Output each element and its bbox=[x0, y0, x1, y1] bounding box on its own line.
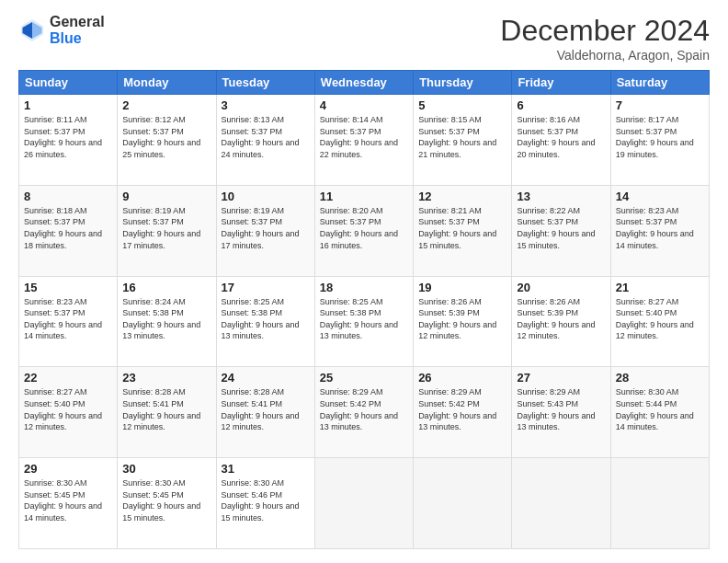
day-number: 20 bbox=[517, 281, 605, 294]
calendar-day-cell: 25Sunrise: 8:29 AMSunset: 5:42 PMDayligh… bbox=[314, 367, 413, 458]
header: General Blue December 2024 Valdehorna, A… bbox=[18, 14, 710, 63]
calendar-week-row: 15Sunrise: 8:23 AMSunset: 5:37 PMDayligh… bbox=[19, 276, 710, 367]
col-header-thursday: Thursday bbox=[414, 71, 512, 95]
calendar-day-cell: 11Sunrise: 8:20 AMSunset: 5:37 PMDayligh… bbox=[314, 185, 413, 276]
day-info: Sunrise: 8:27 AMSunset: 5:40 PMDaylight:… bbox=[24, 386, 112, 432]
day-number: 27 bbox=[517, 371, 605, 385]
day-number: 11 bbox=[320, 190, 408, 203]
calendar-day-cell: 27Sunrise: 8:29 AMSunset: 5:43 PMDayligh… bbox=[512, 367, 610, 458]
calendar-day-cell: 13Sunrise: 8:22 AMSunset: 5:37 PMDayligh… bbox=[512, 185, 610, 276]
day-number: 2 bbox=[122, 98, 210, 112]
month-title: December 2024 bbox=[500, 14, 710, 48]
title-section: December 2024 Valdehorna, Aragon, Spain bbox=[500, 14, 710, 63]
day-number: 13 bbox=[517, 190, 605, 203]
calendar-week-row: 1Sunrise: 8:11 AMSunset: 5:37 PMDaylight… bbox=[19, 95, 710, 186]
subtitle: Valdehorna, Aragon, Spain bbox=[500, 48, 710, 63]
day-number: 23 bbox=[122, 371, 210, 385]
day-info: Sunrise: 8:28 AMSunset: 5:41 PMDaylight:… bbox=[122, 386, 210, 432]
calendar-day-cell: 19Sunrise: 8:26 AMSunset: 5:39 PMDayligh… bbox=[414, 276, 512, 367]
logo-icon bbox=[18, 17, 46, 44]
calendar-day-cell: 3Sunrise: 8:13 AMSunset: 5:37 PMDaylight… bbox=[216, 95, 314, 186]
calendar-day-cell: 31Sunrise: 8:30 AMSunset: 5:46 PMDayligh… bbox=[216, 458, 314, 549]
day-number: 30 bbox=[122, 462, 210, 476]
day-number: 1 bbox=[24, 98, 112, 112]
day-info: Sunrise: 8:30 AMSunset: 5:44 PMDaylight:… bbox=[616, 386, 704, 432]
calendar-day-cell bbox=[414, 458, 512, 549]
calendar-day-cell bbox=[314, 458, 413, 549]
day-info: Sunrise: 8:30 AMSunset: 5:45 PMDaylight:… bbox=[122, 477, 210, 523]
calendar-day-cell: 9Sunrise: 8:19 AMSunset: 5:37 PMDaylight… bbox=[118, 185, 216, 276]
calendar-day-cell: 30Sunrise: 8:30 AMSunset: 5:45 PMDayligh… bbox=[118, 458, 216, 549]
calendar-day-cell: 15Sunrise: 8:23 AMSunset: 5:37 PMDayligh… bbox=[19, 276, 118, 367]
day-number: 31 bbox=[222, 462, 310, 476]
day-number: 4 bbox=[320, 98, 408, 112]
logo: General Blue bbox=[18, 14, 105, 47]
day-info: Sunrise: 8:20 AMSunset: 5:37 PMDaylight:… bbox=[320, 205, 408, 251]
day-number: 25 bbox=[320, 371, 408, 385]
day-info: Sunrise: 8:29 AMSunset: 5:43 PMDaylight:… bbox=[517, 386, 605, 432]
col-header-sunday: Sunday bbox=[19, 71, 118, 95]
day-number: 16 bbox=[122, 281, 210, 294]
day-number: 9 bbox=[122, 190, 210, 203]
calendar-day-cell: 21Sunrise: 8:27 AMSunset: 5:40 PMDayligh… bbox=[610, 276, 709, 367]
day-info: Sunrise: 8:25 AMSunset: 5:38 PMDaylight:… bbox=[222, 296, 310, 342]
day-number: 7 bbox=[616, 98, 704, 112]
day-number: 28 bbox=[616, 371, 704, 385]
calendar-day-cell: 29Sunrise: 8:30 AMSunset: 5:45 PMDayligh… bbox=[19, 458, 118, 549]
day-number: 12 bbox=[418, 190, 506, 203]
day-info: Sunrise: 8:23 AMSunset: 5:37 PMDaylight:… bbox=[24, 296, 112, 342]
page: General Blue December 2024 Valdehorna, A… bbox=[0, 0, 728, 563]
day-info: Sunrise: 8:28 AMSunset: 5:41 PMDaylight:… bbox=[222, 386, 310, 432]
day-number: 10 bbox=[222, 190, 310, 203]
calendar-day-cell: 10Sunrise: 8:19 AMSunset: 5:37 PMDayligh… bbox=[216, 185, 314, 276]
day-info: Sunrise: 8:14 AMSunset: 5:37 PMDaylight:… bbox=[320, 114, 408, 160]
day-number: 8 bbox=[24, 190, 112, 203]
col-header-wednesday: Wednesday bbox=[314, 71, 413, 95]
day-info: Sunrise: 8:19 AMSunset: 5:37 PMDaylight:… bbox=[222, 205, 310, 251]
day-info: Sunrise: 8:19 AMSunset: 5:37 PMDaylight:… bbox=[122, 205, 210, 251]
calendar-day-cell: 8Sunrise: 8:18 AMSunset: 5:37 PMDaylight… bbox=[19, 185, 118, 276]
day-number: 14 bbox=[616, 190, 704, 203]
day-number: 19 bbox=[418, 281, 506, 294]
calendar-day-cell: 18Sunrise: 8:25 AMSunset: 5:38 PMDayligh… bbox=[314, 276, 413, 367]
day-info: Sunrise: 8:27 AMSunset: 5:40 PMDaylight:… bbox=[616, 296, 704, 342]
day-number: 22 bbox=[24, 371, 112, 385]
calendar-day-cell: 26Sunrise: 8:29 AMSunset: 5:42 PMDayligh… bbox=[414, 367, 512, 458]
day-info: Sunrise: 8:11 AMSunset: 5:37 PMDaylight:… bbox=[24, 114, 112, 160]
calendar-header-row: SundayMondayTuesdayWednesdayThursdayFrid… bbox=[19, 71, 710, 95]
day-info: Sunrise: 8:25 AMSunset: 5:38 PMDaylight:… bbox=[320, 296, 408, 342]
col-header-monday: Monday bbox=[118, 71, 216, 95]
day-number: 29 bbox=[24, 462, 112, 476]
calendar-day-cell: 12Sunrise: 8:21 AMSunset: 5:37 PMDayligh… bbox=[414, 185, 512, 276]
day-info: Sunrise: 8:22 AMSunset: 5:37 PMDaylight:… bbox=[517, 205, 605, 251]
calendar-day-cell: 17Sunrise: 8:25 AMSunset: 5:38 PMDayligh… bbox=[216, 276, 314, 367]
calendar-day-cell: 24Sunrise: 8:28 AMSunset: 5:41 PMDayligh… bbox=[216, 367, 314, 458]
day-number: 18 bbox=[320, 281, 408, 294]
col-header-saturday: Saturday bbox=[610, 71, 709, 95]
calendar-day-cell: 20Sunrise: 8:26 AMSunset: 5:39 PMDayligh… bbox=[512, 276, 610, 367]
day-info: Sunrise: 8:26 AMSunset: 5:39 PMDaylight:… bbox=[517, 296, 605, 342]
col-header-tuesday: Tuesday bbox=[216, 71, 314, 95]
day-info: Sunrise: 8:13 AMSunset: 5:37 PMDaylight:… bbox=[222, 114, 310, 160]
calendar-day-cell: 4Sunrise: 8:14 AMSunset: 5:37 PMDaylight… bbox=[314, 95, 413, 186]
calendar-week-row: 22Sunrise: 8:27 AMSunset: 5:40 PMDayligh… bbox=[19, 367, 710, 458]
calendar-day-cell: 23Sunrise: 8:28 AMSunset: 5:41 PMDayligh… bbox=[118, 367, 216, 458]
day-info: Sunrise: 8:12 AMSunset: 5:37 PMDaylight:… bbox=[122, 114, 210, 160]
day-number: 24 bbox=[222, 371, 310, 385]
calendar-day-cell bbox=[610, 458, 709, 549]
calendar-day-cell: 14Sunrise: 8:23 AMSunset: 5:37 PMDayligh… bbox=[610, 185, 709, 276]
day-info: Sunrise: 8:21 AMSunset: 5:37 PMDaylight:… bbox=[418, 205, 506, 251]
calendar-day-cell: 2Sunrise: 8:12 AMSunset: 5:37 PMDaylight… bbox=[118, 95, 216, 186]
day-number: 17 bbox=[222, 281, 310, 294]
calendar-week-row: 29Sunrise: 8:30 AMSunset: 5:45 PMDayligh… bbox=[19, 458, 710, 549]
day-info: Sunrise: 8:30 AMSunset: 5:46 PMDaylight:… bbox=[222, 477, 310, 523]
day-info: Sunrise: 8:26 AMSunset: 5:39 PMDaylight:… bbox=[418, 296, 506, 342]
calendar-day-cell bbox=[512, 458, 610, 549]
day-info: Sunrise: 8:15 AMSunset: 5:37 PMDaylight:… bbox=[418, 114, 506, 160]
calendar-day-cell: 1Sunrise: 8:11 AMSunset: 5:37 PMDaylight… bbox=[19, 95, 118, 186]
day-info: Sunrise: 8:29 AMSunset: 5:42 PMDaylight:… bbox=[320, 386, 408, 432]
calendar-day-cell: 28Sunrise: 8:30 AMSunset: 5:44 PMDayligh… bbox=[610, 367, 709, 458]
calendar-week-row: 8Sunrise: 8:18 AMSunset: 5:37 PMDaylight… bbox=[19, 185, 710, 276]
col-header-friday: Friday bbox=[512, 71, 610, 95]
day-info: Sunrise: 8:16 AMSunset: 5:37 PMDaylight:… bbox=[517, 114, 605, 160]
